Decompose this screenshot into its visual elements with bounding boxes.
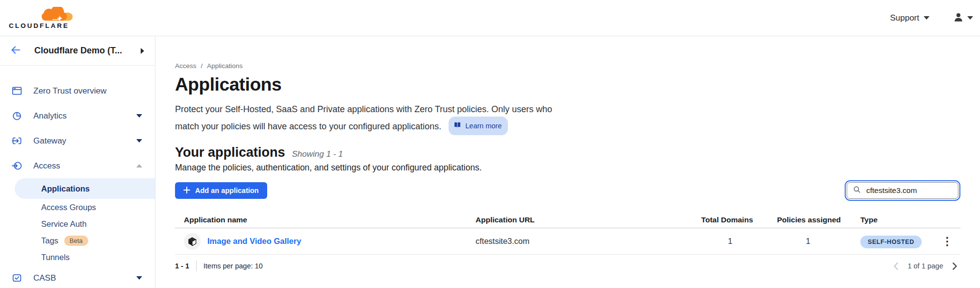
search-input[interactable] <box>865 186 952 195</box>
sidebar-item-label: Applications <box>41 184 90 193</box>
policies-assigned-cell: 1 <box>755 237 841 246</box>
chevron-down-icon <box>136 139 142 143</box>
sidebar-item-label: Zero Trust overview <box>33 86 106 96</box>
self-hosted-badge: SELF-HOSTED <box>860 236 922 248</box>
user-avatar-icon <box>953 12 964 24</box>
user-account-menu[interactable] <box>953 12 973 24</box>
pie-chart-icon <box>12 111 22 121</box>
sidebar-item-service-auth[interactable]: Service Auth <box>0 216 155 232</box>
next-page-icon[interactable] <box>952 262 957 270</box>
top-bar-actions: Support <box>890 12 975 24</box>
search-icon <box>853 186 861 195</box>
beta-badge: Beta <box>64 236 88 246</box>
pagination-bar: 1 - 1 Items per page: 10 1 of 1 page <box>175 255 960 277</box>
sidebar-item-label: Access Groups <box>41 203 96 212</box>
chevron-down-icon <box>136 114 142 118</box>
items-range: 1 - 1 <box>175 262 189 270</box>
sidebar-item-analytics[interactable]: Analytics <box>0 103 155 128</box>
pagination-left: 1 - 1 Items per page: 10 <box>175 261 263 271</box>
type-cell: SELF-HOSTED <box>841 237 936 246</box>
gateway-icon <box>12 136 22 146</box>
sidebar-item-label: Service Auth <box>41 219 87 229</box>
chevron-down-icon <box>924 16 930 20</box>
column-header-application-name: Application name <box>175 216 476 224</box>
cloudflare-zero-trust-dashboard: CLOUDFLARE Support <box>0 0 980 288</box>
chevron-up-icon <box>136 164 142 168</box>
sidebar-item-casb[interactable]: CASB <box>0 265 155 288</box>
column-header-policies-assigned: Policies assigned <box>755 216 841 224</box>
description-line-1: Protect your Self-Hosted, SaaS and Priva… <box>175 102 960 117</box>
add-application-label: Add an application <box>195 187 259 194</box>
chevron-down-icon <box>967 16 973 20</box>
window-icon <box>12 86 22 96</box>
support-label: Support <box>890 13 919 23</box>
sidebar-item-tunnels[interactable]: Tunnels <box>0 249 155 265</box>
applications-toolbar: Add an application <box>175 182 960 199</box>
back-arrow-icon[interactable] <box>10 44 22 58</box>
breadcrumb-access[interactable]: Access <box>175 62 197 70</box>
table-header-row: Application name Application URL Total D… <box>175 212 960 228</box>
learn-more-button[interactable]: Learn more <box>449 117 508 135</box>
sidebar-nav: Zero Trust overview Analytics <box>0 66 155 288</box>
application-cube-icon <box>184 233 201 250</box>
sidebar-item-label: Access <box>33 161 60 171</box>
learn-more-label: Learn more <box>465 119 502 133</box>
sidebar-item-applications[interactable]: Applications <box>15 178 155 199</box>
sidebar-item-label: Tunnels <box>41 253 70 262</box>
description-line-2: match your policies will have access to … <box>175 117 960 135</box>
application-search <box>847 182 958 199</box>
chevron-right-icon <box>141 48 144 54</box>
application-name-cell: Image and Video Gallery <box>175 233 476 250</box>
sidebar-item-zero-trust-overview[interactable]: Zero Trust overview <box>0 78 155 103</box>
casb-check-icon <box>12 273 22 283</box>
breadcrumb-applications[interactable]: Applications <box>207 62 243 70</box>
sidebar-item-access[interactable]: Access <box>0 153 155 178</box>
support-menu[interactable]: Support <box>890 13 930 23</box>
pagination-right: 1 of 1 page <box>893 262 960 270</box>
column-header-total-domains: Total Domains <box>681 216 755 224</box>
sidebar-item-access-groups[interactable]: Access Groups <box>0 199 155 216</box>
plus-icon <box>183 187 190 195</box>
breadcrumb-separator: / <box>201 62 203 70</box>
items-per-page[interactable]: Items per page: 10 <box>203 262 263 270</box>
access-subnav: Applications Access Groups Service Auth … <box>0 178 155 265</box>
section-header: Your applications Showing 1 - 1 <box>175 145 960 160</box>
showing-count: Showing 1 - 1 <box>292 149 343 159</box>
section-title: Your applications <box>175 145 285 160</box>
page-title: Applications <box>175 74 960 96</box>
sidebar-item-label: Analytics <box>33 111 67 121</box>
breadcrumb: Access / Applications <box>175 62 960 70</box>
page-indicator: 1 of 1 page <box>907 262 943 270</box>
sidebar-item-gateway[interactable]: Gateway <box>0 128 155 153</box>
account-name: Cloudflare Demo (T... <box>34 46 122 56</box>
sidebar-item-label: Gateway <box>33 136 66 146</box>
row-actions-kebab-menu[interactable]: ⋮ <box>942 236 960 247</box>
cloudflare-wordmark: CLOUDFLARE <box>9 22 69 29</box>
column-header-application-url: Application URL <box>476 216 681 224</box>
top-bar: CLOUDFLARE Support <box>0 0 980 36</box>
cloudflare-logo[interactable]: CLOUDFLARE <box>9 7 74 29</box>
chevron-down-icon <box>136 276 142 280</box>
book-icon <box>453 119 461 133</box>
section-subtitle: Manage the policies, authentication, and… <box>175 163 960 173</box>
table-row: Image and Video Gallery cftestsite3.com … <box>175 228 960 255</box>
total-domains-cell: 1 <box>681 237 755 246</box>
sidebar: Cloudflare Demo (T... Zero Trust overvie… <box>0 36 155 288</box>
main-content: Access / Applications Applications Prote… <box>155 36 980 288</box>
access-login-icon <box>12 161 22 171</box>
applications-table: Application name Application URL Total D… <box>175 212 960 255</box>
sidebar-item-label: Tags <box>41 236 58 245</box>
previous-page-icon[interactable] <box>893 262 899 270</box>
sidebar-item-tags[interactable]: Tags Beta <box>0 232 155 249</box>
divider <box>196 261 197 271</box>
account-switcher[interactable]: Cloudflare Demo (T... <box>0 36 155 66</box>
application-url-cell: cftestsite3.com <box>476 237 681 246</box>
page-description: Protect your Self-Hosted, SaaS and Priva… <box>175 102 960 135</box>
sidebar-item-label: CASB <box>33 273 56 283</box>
cloudflare-cloud-icon <box>40 7 74 22</box>
column-header-type: Type <box>841 216 936 224</box>
application-link[interactable]: Image and Video Gallery <box>207 237 301 246</box>
add-application-button[interactable]: Add an application <box>175 182 267 199</box>
